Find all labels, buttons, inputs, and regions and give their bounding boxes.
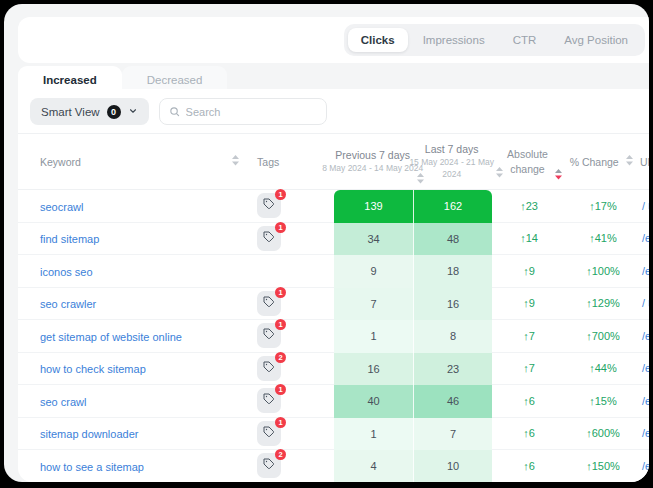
external-link-icon[interactable] xyxy=(648,197,649,215)
url-link[interactable]: /em xyxy=(642,265,649,277)
url-link[interactable]: /en xyxy=(642,427,649,439)
tag-count-badge: 1 xyxy=(275,222,286,233)
absolute-change-value: ↑9 xyxy=(492,265,566,277)
absolute-change-value: ↑7 xyxy=(492,330,566,342)
app-window: ClicksImpressionsCTRAvg Position Increas… xyxy=(4,4,649,482)
last-value-cell: 18 xyxy=(413,255,492,288)
absolute-change-value: ↑14 xyxy=(492,232,566,244)
tag-button[interactable]: 1 xyxy=(257,193,281,218)
previous-value-cell: 139 xyxy=(334,190,413,223)
column-header-percent-change[interactable]: % Change xyxy=(564,155,638,168)
percent-change-value: ↑700% xyxy=(566,330,640,342)
keywords-table: Keyword Tags Previous 7 days 8 May 2024 … xyxy=(18,133,649,482)
metric-tab-avg-position[interactable]: Avg Position xyxy=(551,28,641,52)
url-link[interactable]: /en xyxy=(642,232,649,244)
main-card: Smart View 0 Keyword Tags xyxy=(18,89,649,482)
percent-change-value: ↑100% xyxy=(566,265,640,277)
last-value-cell: 48 xyxy=(413,223,492,256)
tag-button[interactable]: 1 xyxy=(257,226,281,251)
metric-tab-ctr[interactable]: CTR xyxy=(500,28,550,52)
absolute-change-value: ↑23 xyxy=(492,200,566,212)
keyword-link[interactable]: seo crawl xyxy=(40,396,86,408)
table-row: find sitemap13448↑14↑41%/en xyxy=(18,223,649,256)
keyword-link[interactable]: how to see a sitemap xyxy=(40,461,144,473)
absolute-change-value: ↑7 xyxy=(492,362,566,374)
tag-count-badge: 1 xyxy=(275,287,286,298)
keyword-link[interactable]: how to check sitemap xyxy=(40,363,146,375)
tag-icon xyxy=(263,458,275,473)
url-link[interactable]: / xyxy=(642,297,645,309)
metric-switcher: ClicksImpressionsCTRAvg Position xyxy=(344,24,645,56)
keyword-link[interactable]: iconos seo xyxy=(40,266,93,278)
table-row: iconos seo918↑9↑100%/em xyxy=(18,255,649,288)
keyword-link[interactable]: get sitemap of website online xyxy=(40,331,182,343)
percent-change-value: ↑129% xyxy=(566,297,640,309)
tag-button[interactable]: 2 xyxy=(257,356,281,381)
keyword-link[interactable]: find sitemap xyxy=(40,233,99,245)
previous-value-cell: 9 xyxy=(334,255,413,288)
last-value-cell: 46 xyxy=(413,385,492,418)
column-header-absolute-change[interactable]: Absolute change xyxy=(491,147,565,175)
tag-icon xyxy=(263,426,275,441)
column-header-last[interactable]: Last 7 days 15 May 2024 - 21 May 2024 xyxy=(412,143,491,179)
last-value-cell: 7 xyxy=(413,418,492,451)
previous-value-cell: 16 xyxy=(334,353,413,386)
keyword-link[interactable]: seocrawl xyxy=(40,201,83,213)
tag-button[interactable]: 1 xyxy=(257,421,281,446)
tag-icon xyxy=(263,328,275,343)
absolute-change-value: ↑6 xyxy=(492,460,566,472)
tag-icon xyxy=(263,393,275,408)
absolute-change-value: ↑6 xyxy=(492,427,566,439)
top-toolbar: ClicksImpressionsCTRAvg Position xyxy=(18,17,649,63)
keyword-link[interactable]: seo crawler xyxy=(40,298,96,310)
percent-change-value: ↑41% xyxy=(566,232,640,244)
url-link[interactable]: /en xyxy=(642,395,649,407)
table-row: seo crawl14046↑6↑15%/en xyxy=(18,385,649,418)
url-link[interactable]: /en xyxy=(642,460,649,472)
keyword-link[interactable]: sitemap downloader xyxy=(40,428,138,440)
metric-tab-clicks[interactable]: Clicks xyxy=(348,28,408,52)
absolute-change-value: ↑9 xyxy=(492,297,566,309)
smart-view-dropdown[interactable]: Smart View 0 xyxy=(30,98,149,125)
url-link[interactable]: /en xyxy=(642,362,649,374)
tag-button[interactable]: 1 xyxy=(257,323,281,348)
tag-button[interactable]: 1 xyxy=(257,388,281,413)
search-icon xyxy=(169,103,180,121)
column-header-url[interactable]: URL xyxy=(638,156,649,168)
tag-button[interactable]: 2 xyxy=(257,453,281,478)
external-link-icon[interactable] xyxy=(648,294,649,312)
metric-tab-impressions[interactable]: Impressions xyxy=(410,28,498,52)
smart-view-label: Smart View xyxy=(41,106,100,118)
tag-button[interactable]: 1 xyxy=(257,291,281,316)
tag-count-badge: 1 xyxy=(275,417,286,428)
tag-count-badge: 2 xyxy=(275,449,286,460)
tag-count-badge: 1 xyxy=(275,319,286,330)
url-link[interactable]: / xyxy=(642,200,645,212)
table-controls: Smart View 0 xyxy=(30,98,327,125)
previous-value-cell: 7 xyxy=(334,288,413,321)
table-row: seo crawler1716↑9↑129%/ xyxy=(18,288,649,321)
last-value-cell: 23 xyxy=(413,353,492,386)
table-row: how to see a sitemap2410↑6↑150%/en xyxy=(18,450,649,482)
percent-change-value: ↑600% xyxy=(566,427,640,439)
table-rows: seocrawl1139162↑23↑17%/find sitemap13448… xyxy=(18,190,649,482)
table-row: seocrawl1139162↑23↑17%/ xyxy=(18,190,649,223)
keyword-header-label: Keyword xyxy=(40,156,81,168)
table-row: sitemap downloader117↑6↑600%/en xyxy=(18,418,649,451)
url-link[interactable]: /en xyxy=(642,330,649,342)
sort-icon[interactable] xyxy=(232,155,239,168)
percent-change-value: ↑150% xyxy=(566,460,640,472)
last-value-cell: 10 xyxy=(413,450,492,482)
last-value-cell: 162 xyxy=(413,190,492,223)
smart-view-count-badge: 0 xyxy=(107,105,121,119)
sort-icon-active-desc[interactable] xyxy=(555,169,562,182)
percent-change-value: ↑15% xyxy=(566,395,640,407)
sort-icon[interactable] xyxy=(626,155,633,168)
tags-header-label: Tags xyxy=(257,156,279,168)
tag-count-badge: 1 xyxy=(275,189,286,200)
tag-icon xyxy=(263,231,275,246)
column-header-keyword[interactable]: Keyword xyxy=(18,155,241,168)
last-header-label: Last 7 days xyxy=(400,143,504,155)
search-input[interactable] xyxy=(186,106,317,118)
tag-count-badge: 2 xyxy=(275,352,286,363)
